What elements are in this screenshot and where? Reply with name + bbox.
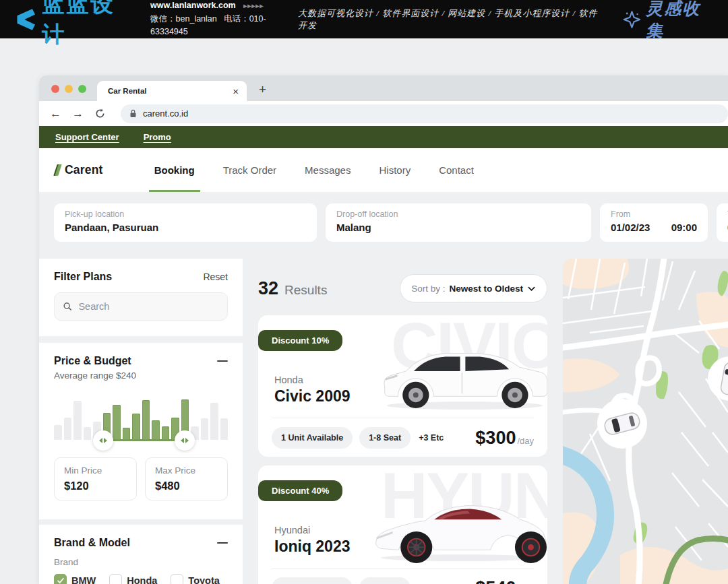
booking-search-row: Pick-up location Pandaan, Pasuruan Drop-… [54, 203, 728, 242]
car-card-ioniq[interactable]: HYUNDAI Discount 40% Hyundai Ioniq 2023 [258, 465, 547, 584]
new-tab-button[interactable]: + [259, 82, 266, 97]
browser-window: Car Rental × + ← → carent.co.id Support … [39, 75, 728, 584]
back-icon[interactable]: ← [50, 107, 61, 121]
nav-item-track-order[interactable]: Track Order [223, 148, 276, 192]
maximize-window-button[interactable] [78, 85, 86, 93]
range-handle-max[interactable] [175, 430, 195, 451]
agency-logo-icon [12, 7, 37, 32]
map-car-marker[interactable] [597, 399, 647, 449]
arrows-decoration: ▸▸▸▸▸ [243, 2, 264, 9]
brand-model-panel: Brand & Model Brand BMWHondaToyota [39, 525, 243, 584]
histogram-bar [152, 420, 160, 440]
histogram-bar [64, 418, 72, 440]
agency-banner: 蓝蓝设计 www.lanlanwork.com ▸▸▸▸▸ 微信：ben_lan… [0, 0, 728, 38]
minimize-window-button[interactable] [65, 85, 73, 93]
histogram-bar [84, 427, 92, 440]
price-budget-title: Price & Budget [54, 355, 131, 367]
nav-item-history[interactable]: History [379, 148, 411, 192]
results-count-label: Results [284, 283, 327, 298]
brand-model-title: Brand & Model [54, 537, 130, 549]
car-card-civic[interactable]: CIVIC Discount 10% Honda Civic 2009 [258, 315, 547, 457]
filter-header-panel: Filter Plans Reset [39, 259, 243, 336]
nav-item-messages[interactable]: Messages [305, 148, 351, 192]
results-header: 32 Results Sort by : Newest to Oldest [258, 273, 547, 303]
window-controls[interactable] [39, 85, 97, 101]
price-per-day: $540 [475, 578, 516, 584]
from-datetime-field[interactable]: From 01/02/23 09:00 [600, 203, 708, 242]
reload-icon[interactable] [94, 108, 106, 119]
price-budget-panel: Price & Budget Average range $240 [39, 343, 243, 519]
brand-checkbox-bmw[interactable]: BMW [54, 574, 96, 584]
tab-close-icon[interactable]: × [233, 86, 239, 96]
agency-website: www.lanlanwork.com [150, 1, 236, 10]
inspiration-collect: 灵感收集 [622, 0, 716, 42]
filter-search-input[interactable] [78, 301, 219, 312]
max-price-label: Max Price [155, 465, 218, 476]
promo-link[interactable]: Promo [144, 132, 171, 142]
browser-tab[interactable]: Car Rental × [97, 81, 247, 101]
min-price-field[interactable]: Min Price $120 [54, 457, 137, 500]
histogram-bar [54, 425, 62, 440]
from-time: 09:00 [671, 222, 697, 233]
histogram-bar [220, 418, 229, 440]
main-row: Filter Plans Reset Price & Budget [39, 259, 728, 584]
checkbox-icon[interactable] [109, 574, 122, 584]
nav-item-booking[interactable]: Booking [154, 148, 195, 192]
car-cards: CIVIC Discount 10% Honda Civic 2009 [258, 315, 547, 584]
etc-label: +3 Etc [419, 433, 444, 443]
site-navbar: Carent BookingTrack OrderMessagesHistory… [39, 148, 728, 192]
to-datetime-field[interactable]: To 0 [717, 203, 728, 242]
search-icon [63, 301, 72, 312]
checkbox-icon[interactable] [171, 574, 183, 584]
collapse-icon[interactable] [217, 360, 228, 362]
filters-title: Filter Plans [54, 271, 112, 283]
collapse-icon[interactable] [217, 542, 228, 544]
support-center-link[interactable]: Support Center [55, 132, 119, 142]
card-footer: 1 Unit Available 1-4 Seat +3 Etc $540 /d… [272, 575, 534, 584]
site-brand-name: Carent [65, 163, 103, 177]
site-logo[interactable]: Carent [55, 163, 103, 177]
sparkle-icon [622, 9, 642, 30]
close-window-button[interactable] [51, 85, 59, 93]
price-histogram [54, 391, 228, 440]
filter-search-box[interactable] [54, 292, 228, 321]
map-canvas [563, 259, 728, 584]
sort-value: Newest to Oldest [449, 284, 523, 294]
car-brand: Honda [274, 375, 303, 385]
from-date: 01/02/23 [611, 222, 650, 233]
histogram-bar [132, 414, 140, 440]
site-logo-icon [55, 164, 60, 176]
nav-item-contact[interactable]: Contact [439, 148, 474, 192]
collect-label: 灵感收集 [646, 0, 716, 42]
card-divider [272, 568, 534, 569]
units-pill: 1 Unit Available [272, 427, 353, 449]
sort-dropdown[interactable]: Sort by : Newest to Oldest [400, 274, 547, 302]
min-price-label: Min Price [64, 465, 127, 476]
brand-label: Honda [127, 575, 157, 584]
utility-bar: Support Center Promo [39, 126, 728, 148]
brand-group-label: Brand [54, 557, 228, 567]
price-per-day: $300 [475, 428, 516, 449]
range-handle-min[interactable] [93, 430, 113, 451]
car-model: Ioniq 2023 [274, 538, 350, 556]
histogram-bar [73, 401, 82, 440]
forward-icon[interactable]: → [72, 107, 84, 121]
url-field[interactable]: carent.co.id [121, 104, 728, 123]
max-price-field[interactable]: Max Price $480 [145, 457, 228, 500]
pickup-value: Pandaan, Pasuruan [65, 222, 306, 233]
histogram-bar [123, 428, 131, 440]
nav-items: BookingTrack OrderMessagesHistoryContact [154, 148, 474, 192]
dropoff-location-field[interactable]: Drop-off location Malang [326, 203, 591, 242]
pickup-location-field[interactable]: Pick-up location Pandaan, Pasuruan [54, 203, 317, 242]
brand-label: Toyota [188, 575, 219, 584]
checkbox-checked-icon[interactable] [54, 574, 67, 584]
brand-checkbox-toyota[interactable]: Toyota [171, 574, 219, 584]
card-footer: 1 Unit Available 1-8 Seat +3 Etc $300 /d… [272, 424, 534, 451]
reset-filters-button[interactable]: Reset [203, 271, 228, 282]
average-range-label: Average range $240 [54, 370, 228, 381]
map[interactable] [563, 259, 728, 584]
filter-sidebar: Filter Plans Reset Price & Budget [39, 259, 243, 584]
results-count: 32 [258, 278, 278, 299]
brand-checkbox-honda[interactable]: Honda [109, 574, 157, 584]
car-brand: Hyundai [274, 525, 310, 536]
